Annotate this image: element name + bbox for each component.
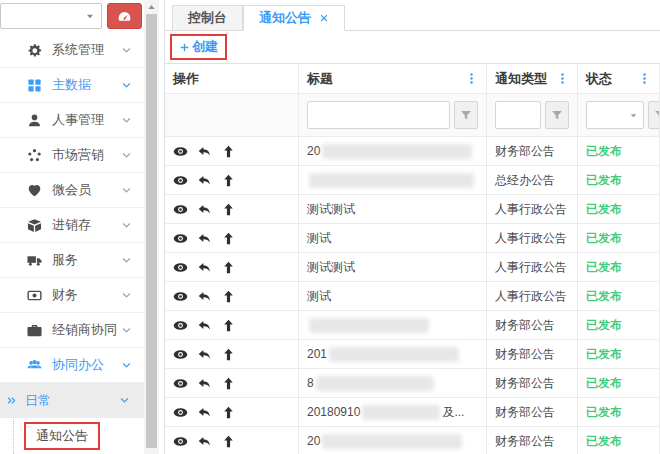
undo-action-button[interactable]: [197, 318, 212, 333]
publish-up-action-button[interactable]: [221, 260, 236, 275]
dashboard-button[interactable]: [107, 3, 142, 29]
view-action-button[interactable]: [173, 260, 188, 275]
row-actions-cell: [165, 427, 299, 454]
undo-action-button[interactable]: [197, 347, 212, 362]
publish-up-action-button[interactable]: [221, 347, 236, 362]
view-action-button[interactable]: [173, 289, 188, 304]
row-type-text: 财务部公告: [495, 375, 555, 392]
row-type-cell: 财务部公告: [487, 137, 578, 165]
row-title-cell: 20: [299, 427, 487, 454]
undo-action-button[interactable]: [197, 434, 212, 449]
publish-up-action-button[interactable]: [221, 434, 236, 449]
undo-action-button[interactable]: [197, 289, 212, 304]
chevron-down-icon: [121, 360, 132, 371]
sidebar-item[interactable]: 进销存: [0, 208, 144, 243]
create-button[interactable]: 创建: [179, 38, 218, 56]
scrollbar-thumb[interactable]: [146, 14, 157, 448]
status-filter-select[interactable]: [586, 101, 644, 129]
row-type-cell: 人事行政公告: [487, 224, 578, 252]
sidebar-item-label: 协同办公: [52, 356, 104, 374]
row-actions-cell: [165, 369, 299, 397]
title-filter-button[interactable]: [454, 101, 478, 129]
sidebar-scrollbar[interactable]: [144, 0, 159, 454]
row-type-cell: 总经办公告: [487, 166, 578, 194]
close-icon[interactable]: [319, 13, 329, 23]
view-action-button[interactable]: [173, 202, 188, 217]
type-filter-button[interactable]: [545, 101, 569, 129]
sidebar-item-notice-announcement[interactable]: 通知公告: [0, 418, 144, 454]
funnel-icon: [460, 109, 472, 121]
redacted-text-block: [316, 376, 434, 391]
publish-up-action-button[interactable]: [221, 405, 236, 420]
view-action-button[interactable]: [173, 405, 188, 420]
undo-action-button[interactable]: [197, 260, 212, 275]
undo-action-button[interactable]: [197, 173, 212, 188]
publish-up-action-button[interactable]: [221, 173, 236, 188]
undo-action-button[interactable]: [197, 376, 212, 391]
publish-up-action-button[interactable]: [221, 318, 236, 333]
sidebar-item[interactable]: 微会员: [0, 173, 144, 208]
row-status-cell: 已发布: [578, 224, 660, 252]
chevron-down-icon: [121, 290, 132, 301]
title-filter-input[interactable]: [307, 101, 450, 129]
sidebar-item[interactable]: 市场营销: [0, 138, 144, 173]
publish-up-action-button[interactable]: [221, 289, 236, 304]
view-action-button[interactable]: [173, 318, 188, 333]
status-filter-button[interactable]: [648, 101, 660, 129]
publish-up-action-button[interactable]: [221, 202, 236, 217]
column-menu-icon[interactable]: [638, 72, 651, 85]
status-badge: 已发布: [586, 433, 622, 450]
scrollbar-up-arrow[interactable]: [144, 0, 159, 14]
row-status-cell: 已发布: [578, 282, 660, 310]
sidebar-item-daily[interactable]: 日常: [0, 383, 144, 418]
view-action-button[interactable]: [173, 347, 188, 362]
row-title-cell: 测试: [299, 224, 487, 252]
submenu-label: 日常: [25, 392, 51, 410]
tab-notice-announcement[interactable]: 通知公告: [243, 5, 345, 31]
publish-up-action-button[interactable]: [221, 376, 236, 391]
tab-console[interactable]: 控制台: [172, 5, 243, 31]
column-menu-icon[interactable]: [556, 72, 569, 85]
row-status-cell: 已发布: [578, 369, 660, 397]
team-icon: [27, 358, 42, 373]
sidebar-item-label: 人事管理: [52, 111, 104, 129]
sidebar-item[interactable]: 服务: [0, 243, 144, 278]
briefcase-icon: [27, 323, 42, 338]
row-actions-cell: [165, 195, 299, 223]
view-action-button[interactable]: [173, 144, 188, 159]
row-title-text: 20: [307, 434, 320, 448]
row-type-text: 财务部公告: [495, 346, 555, 363]
redacted-text-block: [329, 347, 459, 362]
column-menu-icon[interactable]: [465, 72, 478, 85]
notice-announcement-highlight[interactable]: 通知公告: [24, 422, 100, 450]
sidebar-item[interactable]: 人事管理: [0, 103, 144, 138]
row-actions-cell: [165, 311, 299, 339]
sidebar-item[interactable]: 主数据: [0, 68, 144, 103]
chevron-down-icon: [121, 115, 132, 126]
view-action-button[interactable]: [173, 231, 188, 246]
row-title-cell: 8: [299, 369, 487, 397]
view-action-button[interactable]: [173, 376, 188, 391]
sidebar-item[interactable]: 经销商协同: [0, 313, 144, 348]
undo-action-button[interactable]: [197, 405, 212, 420]
top-combobox[interactable]: [0, 3, 102, 29]
table-row: 20财务部公告已发布: [165, 137, 660, 166]
sidebar-item[interactable]: 协同办公: [0, 348, 144, 383]
undo-action-button[interactable]: [197, 202, 212, 217]
publish-up-action-button[interactable]: [221, 144, 236, 159]
status-badge: 已发布: [586, 259, 622, 276]
publish-up-action-button[interactable]: [221, 231, 236, 246]
column-header: 状态: [578, 64, 660, 93]
undo-action-button[interactable]: [197, 231, 212, 246]
grid-header-row: 操作标题通知类型状态: [165, 64, 660, 94]
caret-down-icon: [628, 110, 639, 121]
sidebar-item[interactable]: 系统管理: [0, 33, 144, 68]
sidebar-item-label: 微会员: [52, 181, 91, 199]
undo-action-button[interactable]: [197, 144, 212, 159]
status-badge: 已发布: [586, 201, 622, 218]
row-type-cell: 财务部公告: [487, 340, 578, 368]
view-action-button[interactable]: [173, 173, 188, 188]
type-filter-input[interactable]: [495, 101, 541, 129]
sidebar-item[interactable]: 财务: [0, 278, 144, 313]
view-action-button[interactable]: [173, 434, 188, 449]
